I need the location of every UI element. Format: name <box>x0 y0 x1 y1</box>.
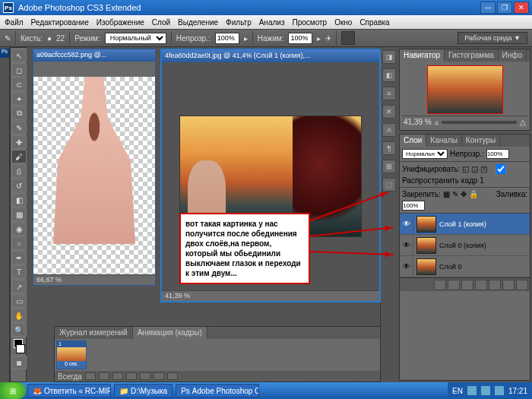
tray-icon[interactable] <box>495 386 504 395</box>
layer-group-button[interactable] <box>489 280 501 290</box>
dock-icon-2[interactable]: ◧ <box>382 68 396 82</box>
dock-icon-4[interactable]: ✕ <box>382 105 396 119</box>
lock-pixels-icon[interactable]: ✎ <box>452 190 458 198</box>
opacity-input[interactable] <box>215 33 239 44</box>
menu-edit[interactable]: Редактирование <box>31 18 89 27</box>
taskbar-item[interactable]: 🦊Ответить « RC-MIR.... <box>27 384 111 397</box>
move-tool[interactable]: ↖ <box>11 49 27 62</box>
menu-analysis[interactable]: Анализ <box>259 18 285 27</box>
first-frame-button[interactable] <box>85 372 96 380</box>
doc1-title[interactable]: a09acfccc582.png @... <box>33 49 155 62</box>
lock-pos-icon[interactable]: ✥ <box>461 190 467 198</box>
doc2-title[interactable]: 4fea60dd2ae0t.jpg @ 41,4% (Слой 1 (копия… <box>162 50 379 62</box>
layer-row[interactable]: 👁 Слой 1 (копия) <box>400 214 530 235</box>
zoom-slider[interactable] <box>442 121 517 124</box>
flow-input[interactable] <box>288 33 312 44</box>
blur-tool[interactable]: ◉ <box>11 222 27 236</box>
lock-all-icon[interactable]: 🔒 <box>469 190 478 198</box>
menu-view[interactable]: Просмотр <box>292 18 327 27</box>
flow-arrow-icon[interactable]: ▸ <box>317 34 321 43</box>
gradient-tool[interactable]: ▦ <box>11 207 27 221</box>
layer-name[interactable]: Слой 0 (копия) <box>439 242 486 249</box>
menu-image[interactable]: Изображение <box>97 18 144 27</box>
tab-layers[interactable]: Слои <box>400 135 426 147</box>
doc1-zoom[interactable]: 66,67 % <box>33 274 155 285</box>
wand-tool[interactable]: ✦ <box>11 92 27 106</box>
next-frame-button[interactable] <box>126 372 137 380</box>
frame-delay[interactable]: 0 сек. <box>57 361 86 369</box>
background-color[interactable] <box>16 344 25 353</box>
airbrush-icon[interactable]: ✈ <box>325 34 331 43</box>
dock-icon-3[interactable]: ≡ <box>382 87 396 100</box>
play-button[interactable] <box>112 372 123 380</box>
propagate-checkbox[interactable] <box>489 164 512 174</box>
zoom-in-icon[interactable]: △ <box>520 118 526 126</box>
eyedropper-tool[interactable]: ✎ <box>11 121 27 135</box>
tab-channels[interactable]: Каналы <box>426 135 462 147</box>
tab-animation[interactable]: Анимация (кадры) <box>133 327 207 339</box>
visibility-icon[interactable]: 👁 <box>400 236 413 255</box>
brush-tool[interactable]: 🖌 <box>11 150 27 163</box>
healing-tool[interactable]: ✚ <box>11 135 27 149</box>
dock-icon-5[interactable]: A <box>382 123 396 137</box>
maximize-button[interactable]: ❐ <box>497 2 512 14</box>
menu-help[interactable]: Справка <box>359 18 389 27</box>
tween-button[interactable] <box>140 372 150 380</box>
doc2-zoom[interactable]: 41,39 % <box>162 290 379 301</box>
taskbar-item[interactable]: 📁D:\Музыка <box>114 384 173 397</box>
dock-icon-7[interactable]: ⊞ <box>382 160 396 173</box>
history-brush-tool[interactable]: ↺ <box>11 179 27 192</box>
pen-tool[interactable]: ✒ <box>11 251 27 264</box>
tray-icon[interactable] <box>481 386 490 395</box>
unify-icon-2[interactable]: ◲ <box>471 165 478 173</box>
lock-trans-icon[interactable]: ▦ <box>443 190 450 198</box>
marquee-tool[interactable]: ◻ <box>11 63 27 77</box>
brush-preview[interactable]: ● <box>47 34 52 43</box>
delete-layer-button[interactable] <box>516 280 528 290</box>
minimize-button[interactable]: — <box>480 2 496 14</box>
tab-paths[interactable]: Контуры <box>462 135 500 147</box>
menu-file[interactable]: Файл <box>5 18 24 27</box>
dock-icon-1[interactable]: ◨ <box>382 50 396 64</box>
stamp-tool[interactable]: ⎙ <box>11 164 27 178</box>
doc1-canvas[interactable] <box>33 77 155 274</box>
layer-style-button[interactable] <box>448 280 460 290</box>
link-layers-button[interactable] <box>434 280 446 290</box>
visibility-icon[interactable]: 👁 <box>400 257 413 277</box>
lang-indicator[interactable]: EN <box>452 387 463 395</box>
hand-tool[interactable]: ✋ <box>11 309 27 322</box>
delete-frame-button[interactable] <box>167 372 178 380</box>
new-layer-button[interactable] <box>502 280 515 290</box>
layer-mask-button[interactable] <box>461 280 473 290</box>
zoom-tool[interactable]: 🔍 <box>11 323 27 337</box>
document-window-1[interactable]: a09acfccc582.png @... 66,67 % <box>33 49 156 286</box>
dodge-tool[interactable]: ○ <box>11 236 27 250</box>
layer-name[interactable]: Слой 0 <box>439 263 461 271</box>
brush-tool-icon[interactable]: ✎ <box>5 34 11 43</box>
quickmask-toggle[interactable]: ◙ <box>11 356 27 369</box>
lasso-tool[interactable]: ⊂ <box>11 78 27 91</box>
opacity-arrow-icon[interactable]: ▸ <box>244 34 248 43</box>
path-tool[interactable]: ↗ <box>11 280 27 293</box>
adjustment-layer-button[interactable] <box>475 280 487 290</box>
unify-icon[interactable]: ◱ <box>462 165 469 173</box>
clock[interactable]: 17:21 <box>508 387 527 395</box>
tab-navigator[interactable]: Навигатор <box>400 49 445 62</box>
layer-opacity-input[interactable] <box>486 149 509 159</box>
menu-filter[interactable]: Фильтр <box>226 18 252 27</box>
shape-tool[interactable]: ▭ <box>11 294 27 308</box>
workspace-switcher[interactable]: Рабочая среда ▼ <box>458 32 527 44</box>
layer-row[interactable]: 👁 Слой 0 (копия) <box>400 235 530 256</box>
menu-select[interactable]: Выделение <box>178 18 218 27</box>
tab-measurement-log[interactable]: Журнал измерений <box>55 327 133 339</box>
start-button[interactable]: ⊞ <box>0 382 26 399</box>
fill-input[interactable] <box>402 201 425 211</box>
dock-icon-6[interactable]: ¶ <box>382 141 396 155</box>
menu-window[interactable]: Окно <box>334 18 352 27</box>
tray-icon[interactable] <box>467 386 477 395</box>
navigator-thumb[interactable] <box>427 65 503 114</box>
unify-icon-3[interactable]: ◳ <box>480 165 487 173</box>
tab-histogram[interactable]: Гистограмма <box>445 49 499 62</box>
visibility-icon[interactable]: 👁 <box>400 214 413 234</box>
zoom-out-icon[interactable]: ▵ <box>435 118 439 126</box>
